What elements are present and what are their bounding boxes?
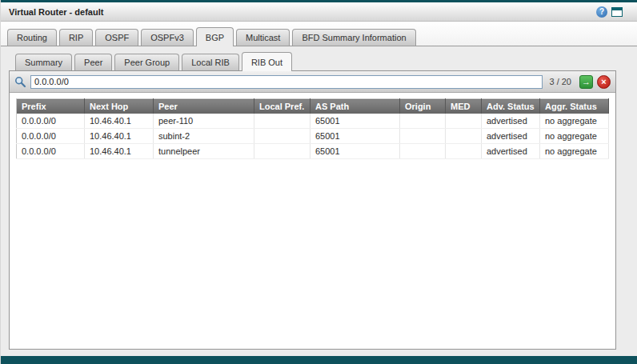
tab-bfd-summary[interactable]: BFD Summary Information — [292, 29, 415, 46]
aggr-status-cell: no aggregate — [540, 129, 609, 144]
adv-status-cell: advertised — [482, 144, 540, 159]
titlebar: Virtual Router - default ? — [1, 2, 637, 22]
med-cell — [446, 144, 482, 159]
bgp-content: Summary Peer Peer Group Local RIB RIB Ou… — [1, 46, 637, 356]
bottom-border — [1, 356, 637, 364]
prefix-link[interactable]: 0.0.0.0/0 — [17, 129, 85, 144]
origin-cell — [400, 144, 446, 159]
table-header-row: Prefix Next Hop Peer Local Pref. AS Path… — [17, 99, 609, 114]
column-header-origin[interactable]: Origin — [400, 99, 446, 114]
rib-out-table: Prefix Next Hop Peer Local Pref. AS Path… — [16, 98, 609, 159]
peer-cell: peer-110 — [154, 114, 254, 129]
help-icon[interactable]: ? — [596, 6, 607, 18]
prefix-link[interactable]: 0.0.0.0/0 — [17, 114, 85, 129]
column-header-as-path[interactable]: AS Path — [310, 99, 400, 114]
tab-routing[interactable]: Routing — [7, 29, 57, 46]
as-path-cell: 65001 — [310, 129, 400, 144]
subtab-rib-out[interactable]: RIB Out — [242, 52, 292, 71]
next-hop-cell: 10.46.40.1 — [85, 129, 154, 144]
virtual-router-dialog: Virtual Router - default ? Routing RIP O… — [0, 0, 637, 364]
prefix-link[interactable]: 0.0.0.0/0 — [17, 144, 85, 159]
peer-cell: subint-2 — [154, 129, 254, 144]
table-row[interactable]: 0.0.0.0/0 10.46.40.1 peer-110 65001 adve… — [17, 114, 609, 129]
origin-cell — [400, 114, 446, 129]
search-bar: 3 / 20 → × — [10, 71, 615, 93]
as-path-cell: 65001 — [310, 114, 400, 129]
local-pref-cell — [254, 114, 310, 129]
column-header-med[interactable]: MED — [446, 99, 482, 114]
table-container: Prefix Next Hop Peer Local Pref. AS Path… — [10, 93, 615, 165]
tab-rip[interactable]: RIP — [59, 29, 93, 46]
next-hop-cell: 10.46.40.1 — [85, 144, 154, 159]
tab-multicast[interactable]: Multicast — [236, 29, 290, 46]
aggr-status-cell: no aggregate — [540, 144, 609, 159]
adv-status-cell: advertised — [482, 129, 540, 144]
next-hop-cell: 10.46.40.1 — [85, 114, 154, 129]
subtab-peer[interactable]: Peer — [74, 54, 112, 70]
origin-cell — [400, 129, 446, 144]
search-icon — [14, 76, 26, 88]
window-restore-icon[interactable] — [611, 7, 623, 17]
clear-filter-button[interactable]: × — [597, 75, 611, 89]
bgp-subtabbar: Summary Peer Peer Group Local RIB RIB Ou… — [9, 50, 616, 70]
column-header-adv-status[interactable]: Adv. Status — [482, 99, 540, 114]
column-header-next-hop[interactable]: Next Hop — [85, 99, 154, 114]
tab-bgp[interactable]: BGP — [196, 27, 234, 46]
subtab-local-rib[interactable]: Local RIB — [182, 54, 239, 70]
tab-ospfv3[interactable]: OSPFv3 — [141, 29, 194, 46]
apply-filter-button[interactable]: → — [579, 75, 593, 89]
local-pref-cell — [254, 144, 310, 159]
table-row[interactable]: 0.0.0.0/0 10.46.40.1 subint-2 65001 adve… — [17, 129, 609, 144]
titlebar-icons: ? — [596, 6, 629, 18]
column-header-local-pref[interactable]: Local Pref. — [254, 99, 310, 114]
search-input[interactable] — [30, 75, 543, 89]
result-count: 3 / 20 — [549, 77, 571, 86]
med-cell — [446, 114, 482, 129]
as-path-cell: 65001 — [310, 144, 400, 159]
aggr-status-cell: no aggregate — [540, 114, 609, 129]
tab-ospf[interactable]: OSPF — [95, 29, 138, 46]
subtab-summary[interactable]: Summary — [15, 54, 72, 70]
main-tabbar: Routing RIP OSPF OSPFv3 BGP Multicast BF… — [1, 22, 637, 46]
column-header-prefix[interactable]: Prefix — [17, 99, 85, 114]
column-header-aggr-status[interactable]: Aggr. Status — [540, 99, 609, 114]
local-pref-cell — [254, 129, 310, 144]
table-row[interactable]: 0.0.0.0/0 10.46.40.1 tunnelpeer 65001 ad… — [17, 144, 609, 159]
column-header-peer[interactable]: Peer — [154, 99, 254, 114]
rib-out-panel: 3 / 20 → × Prefix Next Hop Peer — [9, 70, 616, 350]
peer-cell: tunnelpeer — [154, 144, 254, 159]
subtab-peer-group[interactable]: Peer Group — [114, 54, 179, 70]
page-title: Virtual Router - default — [9, 7, 103, 17]
adv-status-cell: advertised — [482, 114, 540, 129]
med-cell — [446, 129, 482, 144]
